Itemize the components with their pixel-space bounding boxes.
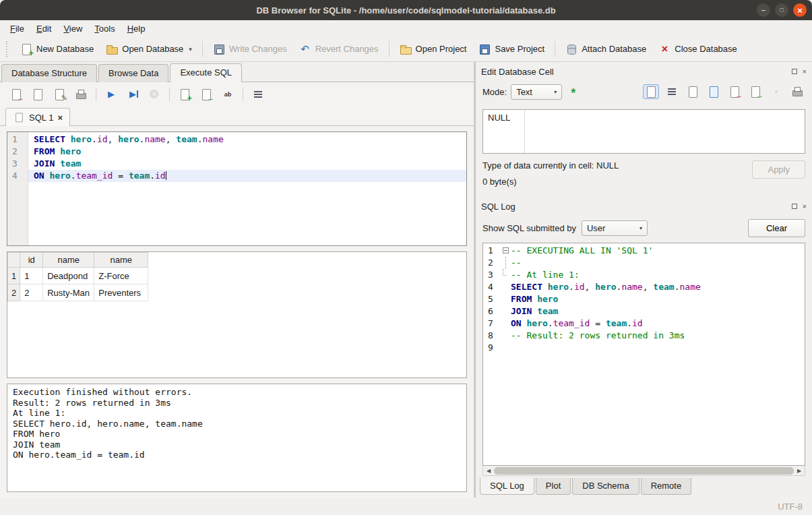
menu-view[interactable]: View <box>57 22 88 35</box>
open-project-button[interactable]: Open Project <box>394 40 472 59</box>
new-database-button[interactable]: New Database <box>15 40 99 59</box>
close-button[interactable]: × <box>793 3 807 17</box>
copy-icon[interactable] <box>685 84 701 99</box>
scroll-right-icon[interactable]: ▶ <box>794 468 805 474</box>
column-header-name[interactable]: name <box>43 253 94 268</box>
docktab-plot[interactable]: Plot <box>536 478 571 495</box>
clear-log-button[interactable]: Clear <box>748 219 805 237</box>
result-cell[interactable]: Z-Force <box>94 268 148 284</box>
log-line-text: ON hero.team_id = team.id <box>511 317 643 330</box>
attach-database-button[interactable]: Attach Database <box>560 40 652 59</box>
horizontal-scrollbar[interactable]: ◀ ▶ <box>482 466 805 476</box>
column-header-id[interactable]: id <box>20 253 43 268</box>
result-row: 22Rusty-ManPreventers <box>8 284 148 301</box>
execute-all-icon[interactable] <box>103 87 119 102</box>
log-line: 2-- <box>483 257 805 269</box>
main-tab-bar: Database StructureBrowse DataExecute SQL <box>0 62 474 82</box>
sql-editor[interactable]: 1SELECT hero.id, hero.name, team.name2FR… <box>7 131 467 246</box>
log-line: 5FROM hero <box>483 293 805 305</box>
print-glyph <box>791 86 803 98</box>
edit-cell-dock-header: Edit Database Cell × <box>476 62 812 80</box>
execute-current-line-icon[interactable] <box>125 87 141 102</box>
menu-accelerator: T <box>94 24 99 34</box>
scrollbar-thumb[interactable] <box>494 467 794 475</box>
copy-glyph <box>687 86 699 98</box>
result-cell[interactable]: Deadpond <box>43 268 94 284</box>
import-data-icon[interactable] <box>726 84 743 99</box>
toolbar-separator <box>243 88 243 101</box>
mode-combobox[interactable]: Text ▾ <box>511 84 562 100</box>
float-dock-icon[interactable] <box>792 204 797 209</box>
log-line-text: -- Result: 2 rows returned in 3ms <box>511 330 685 342</box>
fold-marker[interactable]: − <box>501 245 511 257</box>
print-icon[interactable] <box>73 87 89 102</box>
tab-browse-data[interactable]: Browse Data <box>98 64 168 82</box>
line-number: 2 <box>7 146 28 158</box>
log-line-number: 5 <box>483 293 501 305</box>
toolbar-button-label: Open Database <box>122 44 183 54</box>
log-filter-combobox[interactable]: User ▾ <box>582 220 648 236</box>
tab-execute-sql[interactable]: Execute SQL <box>170 63 242 82</box>
menu-file[interactable]: File <box>4 22 30 35</box>
menu-edit[interactable]: Edit <box>30 22 57 35</box>
editor-line: 1SELECT hero.id, hero.name, team.name <box>7 133 466 146</box>
mode-text-icon[interactable] <box>643 84 659 99</box>
tab-database-structure[interactable]: Database Structure <box>1 64 97 82</box>
apply-button[interactable]: Apply <box>752 160 805 179</box>
open-in-new-tab-icon[interactable] <box>198 87 214 102</box>
scroll-left-icon[interactable]: ◀ <box>483 468 494 474</box>
result-cell[interactable]: 2 <box>20 284 43 301</box>
open-database-button[interactable]: Open Database▾ <box>100 40 197 59</box>
stop-icon <box>146 87 162 102</box>
encoding-label: UTF-8 <box>778 502 803 512</box>
result-cell[interactable]: 1 <box>20 268 43 284</box>
cell-mode-row: Mode: Text ▾ <box>476 80 812 104</box>
cell-editor[interactable]: NULL <box>482 109 805 154</box>
save-sql-file-icon[interactable] <box>30 87 46 102</box>
close-database-button[interactable]: Close Database <box>653 40 743 59</box>
menu-tools[interactable]: Tools <box>88 22 121 35</box>
open-sql-file-icon[interactable] <box>8 87 24 102</box>
close-tab-icon[interactable]: × <box>57 113 63 123</box>
sql-document-tab[interactable]: SQL 1 × <box>5 108 70 126</box>
menu-help[interactable]: Help <box>121 22 152 35</box>
fold-marker <box>501 293 511 305</box>
save-sql-as-icon[interactable] <box>51 87 67 102</box>
column-header-name[interactable]: name <box>94 253 148 268</box>
log-line: 3-- At line 1: <box>483 269 805 281</box>
fold-guide <box>503 269 506 276</box>
revert-changes-icon <box>299 43 311 55</box>
docktab-db-schema[interactable]: DB Schema <box>572 478 639 495</box>
log-line-text: -- At line 1: <box>511 269 580 281</box>
close-dock-icon[interactable]: × <box>803 67 807 75</box>
docktab-sql-log[interactable]: SQL Log <box>480 478 534 495</box>
toolbar-handle[interactable] <box>6 41 10 57</box>
close-dock-icon[interactable]: × <box>803 202 807 210</box>
editor-line: 3JOIN team <box>7 158 466 170</box>
save-project-button[interactable]: Save Project <box>473 40 550 59</box>
minimize-button[interactable]: – <box>757 3 770 17</box>
float-dock-icon[interactable] <box>792 69 797 74</box>
toolbar-button-label: Close Database <box>675 44 737 54</box>
print-icon[interactable] <box>789 84 805 99</box>
result-cell[interactable]: Rusty-Man <box>43 284 94 301</box>
export-data-icon[interactable] <box>747 84 763 99</box>
corner-header-cell <box>8 253 20 268</box>
sql-log-view[interactable]: 1−-- EXECUTING ALL IN 'SQL 1'2--3-- At l… <box>482 243 805 466</box>
chevron-down-icon: ▾ <box>554 89 557 95</box>
docktab-remote[interactable]: Remote <box>641 478 692 495</box>
maximize-button[interactable]: □ <box>775 3 788 17</box>
new-tab-glyph <box>179 88 191 100</box>
titlebar[interactable]: DB Browser for SQLite - /home/user/code/… <box>0 0 812 20</box>
new-tab-icon[interactable] <box>177 87 193 102</box>
auto-switch-mode-icon[interactable] <box>566 84 582 99</box>
paste-icon[interactable] <box>706 84 722 99</box>
sql-document-tab-bar: SQL 1 × <box>0 107 474 126</box>
find-replace-icon[interactable] <box>220 87 236 102</box>
collapse-icon[interactable]: − <box>503 247 509 253</box>
dropdown-arrow-icon[interactable]: ▾ <box>189 46 192 53</box>
result-cell[interactable]: Preventers <box>94 284 148 301</box>
row-number: 1 <box>8 268 20 284</box>
word-wrap-icon[interactable] <box>250 87 266 102</box>
word-wrap-icon[interactable] <box>664 84 680 99</box>
